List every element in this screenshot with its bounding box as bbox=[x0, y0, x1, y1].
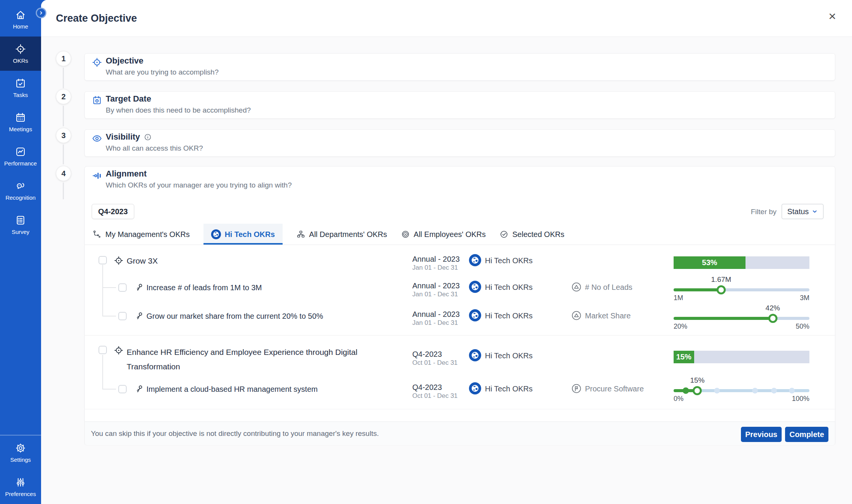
modal-header: Create Objective × bbox=[41, 0, 852, 37]
tab-hi-tech-okrs[interactable]: Hi Tech OKRs bbox=[203, 224, 283, 245]
globe-icon bbox=[469, 281, 481, 293]
app-screen: Home OKRs Tasks Meetings Performance Rec… bbox=[0, 0, 852, 504]
milestone-dot bbox=[714, 388, 720, 394]
sliders-icon bbox=[15, 477, 26, 488]
step-card-visibility[interactable]: Visibility Who all can access this OKR? bbox=[84, 129, 835, 157]
team-cell: Hi Tech OKRs bbox=[485, 256, 532, 265]
calendar-icon bbox=[15, 112, 26, 123]
tabs-underline bbox=[85, 245, 835, 245]
step-card-alignment: Alignment Which OKRs of your manager are… bbox=[84, 166, 835, 445]
progress-slider[interactable]: 42% 20% 50% bbox=[674, 317, 809, 320]
target-icon bbox=[15, 43, 26, 55]
milestone-dot bbox=[752, 388, 758, 394]
step-connector bbox=[63, 183, 64, 199]
step-connector bbox=[63, 106, 64, 126]
info-icon[interactable] bbox=[144, 133, 152, 141]
sidebar-item-home[interactable]: Home bbox=[0, 2, 41, 37]
okr-title: Grow 3X bbox=[127, 256, 158, 266]
team-cell: Hi Tech OKRs bbox=[485, 351, 532, 360]
sidebar-item-preferences[interactable]: Preferences bbox=[0, 470, 41, 504]
progress-bar: 53% bbox=[674, 256, 809, 269]
sidebar-label: OKRs bbox=[13, 57, 28, 64]
row-group-divider bbox=[85, 409, 835, 409]
tab-all-employees-okrs[interactable]: All Employees' OKRs bbox=[401, 224, 486, 245]
slider-thumb[interactable] bbox=[768, 314, 777, 323]
key-icon bbox=[134, 311, 145, 323]
step-card-target-date[interactable]: Target Date By when does this need to be… bbox=[84, 91, 835, 119]
step-subtitle: By when does this need to be accomplishe… bbox=[106, 106, 251, 114]
objective-checkbox[interactable] bbox=[99, 346, 107, 354]
calendar-target-icon bbox=[92, 95, 102, 107]
slider-thumb[interactable] bbox=[693, 386, 702, 395]
okr-row-key-result: Increase # of leads from 1M to 3M Annual… bbox=[85, 272, 835, 301]
okr-row-objective: Enhance HR Efficiency and Employee Exper… bbox=[85, 340, 835, 375]
tab-label: All Departments' OKRs bbox=[309, 230, 387, 239]
step-number-3: 3 bbox=[56, 128, 71, 143]
status-filter-select[interactable]: Status bbox=[782, 204, 823, 219]
sidebar-expand-button[interactable] bbox=[36, 8, 46, 18]
sidebar-label: Preferences bbox=[5, 491, 36, 497]
slider-thumb[interactable] bbox=[717, 285, 726, 294]
slider-min-label: 20% bbox=[674, 323, 687, 331]
key-icon bbox=[134, 282, 145, 294]
milestone-dot bbox=[771, 388, 777, 394]
tab-my-managements-okrs[interactable]: My Management's OKRs bbox=[92, 224, 190, 245]
objective-checkbox[interactable] bbox=[99, 256, 107, 264]
globe-icon bbox=[469, 349, 481, 361]
key-result-checkbox[interactable] bbox=[118, 283, 127, 292]
milestone-dot bbox=[789, 388, 795, 394]
sidebar-label: Tasks bbox=[13, 92, 28, 98]
step-number-1: 1 bbox=[56, 51, 71, 66]
chevron-down-icon bbox=[812, 208, 818, 215]
step-title: Visibility bbox=[106, 132, 152, 142]
sidebar: Home OKRs Tasks Meetings Performance Rec… bbox=[0, 0, 41, 504]
tab-all-departments-okrs[interactable]: All Departments' OKRs bbox=[296, 224, 387, 245]
period-chip[interactable]: Q4-2023 bbox=[92, 204, 134, 219]
hierarchy-icon bbox=[92, 230, 102, 239]
step-subtitle: Which OKRs of your manager are you tryin… bbox=[106, 181, 292, 189]
step-subtitle: Who all can access this OKR? bbox=[106, 144, 203, 153]
milestone-dot-completed bbox=[683, 388, 689, 394]
sidebar-item-okrs[interactable]: OKRs bbox=[0, 37, 41, 71]
progress-slider[interactable]: 1.67M 1M 3M bbox=[674, 288, 809, 291]
kpi-increase-icon bbox=[571, 310, 582, 323]
okr-row-objective: Grow 3X Annual - 2023 Jan 01 - Dec 31 Hi… bbox=[85, 251, 835, 272]
key-result-checkbox[interactable] bbox=[118, 385, 127, 393]
tab-label: Hi Tech OKRs bbox=[225, 230, 275, 239]
step-card-objective[interactable]: Objective What are you trying to accompl… bbox=[84, 53, 835, 81]
tab-label: My Management's OKRs bbox=[105, 230, 190, 239]
slider-value-label: 15% bbox=[690, 376, 704, 385]
progress-label: 15% bbox=[676, 353, 691, 361]
check-circle-icon bbox=[499, 230, 509, 239]
milestone-slider[interactable]: 15% 0% 100% bbox=[674, 389, 809, 392]
close-icon[interactable]: × bbox=[826, 9, 838, 23]
key-result-checkbox[interactable] bbox=[118, 312, 127, 320]
progress-bar-fill: 15% bbox=[674, 351, 694, 363]
dates-cell: Jan 01 - Dec 31 bbox=[412, 264, 458, 272]
complete-button[interactable]: Complete bbox=[785, 427, 828, 442]
status-filter-value: Status bbox=[787, 207, 809, 216]
kpi-cell: Market Share bbox=[585, 312, 631, 320]
sidebar-item-recognition[interactable]: Recognition bbox=[0, 173, 41, 208]
sidebar-item-settings[interactable]: Settings bbox=[0, 436, 41, 470]
slider-fill bbox=[674, 317, 773, 320]
slider-fill bbox=[674, 288, 721, 291]
previous-button[interactable]: Previous bbox=[741, 427, 782, 442]
sidebar-label: Home bbox=[13, 23, 28, 30]
period-cell: Annual - 2023 bbox=[412, 281, 460, 290]
step-number-4: 4 bbox=[56, 166, 71, 181]
slider-min-label: 0% bbox=[674, 395, 684, 403]
chat-bubbles-icon bbox=[15, 180, 26, 192]
sidebar-item-tasks[interactable]: Tasks bbox=[0, 71, 41, 105]
sidebar-item-survey[interactable]: Survey bbox=[0, 208, 41, 242]
step-subtitle: What are you trying to accomplish? bbox=[106, 68, 219, 76]
team-cell: Hi Tech OKRs bbox=[485, 283, 532, 292]
objective-target-icon bbox=[92, 57, 102, 69]
tab-selected-okrs[interactable]: Selected OKRs bbox=[499, 224, 564, 245]
sidebar-item-meetings[interactable]: Meetings bbox=[0, 105, 41, 139]
chevron-right-icon bbox=[38, 10, 45, 16]
sidebar-item-performance[interactable]: Performance bbox=[0, 139, 41, 173]
sidebar-label: Performance bbox=[4, 160, 37, 167]
period-cell: Annual - 2023 bbox=[412, 310, 460, 319]
dates-cell: Jan 01 - Dec 31 bbox=[412, 319, 458, 327]
